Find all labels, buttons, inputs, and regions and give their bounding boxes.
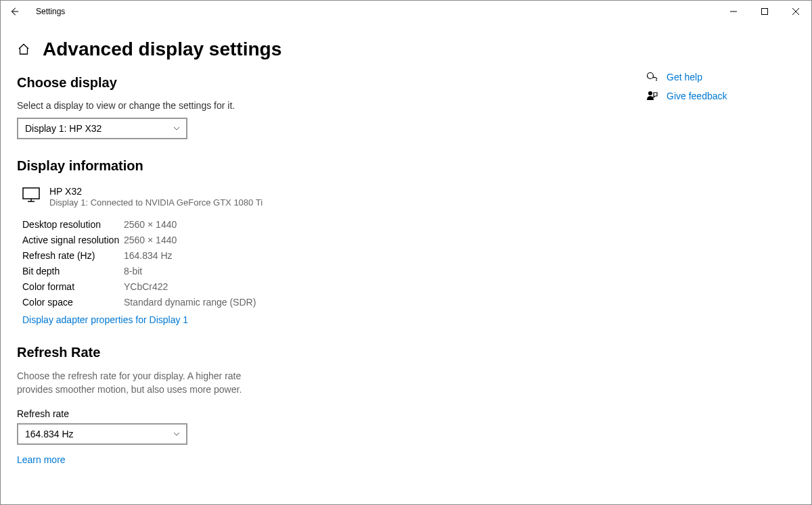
maximize-button[interactable] [749, 1, 780, 22]
info-value: 2560 × 1440 [124, 233, 177, 247]
svg-point-8 [656, 80, 657, 81]
info-value: 8-bit [124, 264, 142, 279]
get-help-link[interactable]: Get help [646, 71, 787, 83]
home-icon [17, 43, 30, 56]
info-row-refresh-rate: Refresh rate (Hz) 164.834 Hz [22, 248, 504, 263]
svg-rect-1 [762, 9, 768, 15]
display-subtitle: Display 1: Connected to NVIDIA GeForce G… [49, 197, 263, 208]
display-information-title: Display information [17, 158, 504, 174]
info-value: Standard dynamic range (SDR) [124, 295, 256, 310]
svg-rect-4 [23, 188, 39, 199]
give-feedback-link[interactable]: Give feedback [646, 90, 787, 102]
info-row-color-format: Color format YCbCr422 [22, 279, 504, 294]
display-info-table: Desktop resolution 2560 × 1440 Active si… [22, 217, 504, 310]
page-title: Advanced display settings [43, 39, 281, 60]
display-info-header: HP X32 Display 1: Connected to NVIDIA Ge… [17, 186, 504, 208]
display-select-dropdown[interactable]: Display 1: HP X32 [17, 118, 187, 139]
info-label: Desktop resolution [22, 217, 124, 232]
maximize-icon [761, 8, 768, 15]
titlebar: Settings [1, 1, 811, 22]
chevron-down-icon [173, 430, 181, 438]
info-value: 164.834 Hz [124, 248, 173, 263]
main-column: Advanced display settings Choose display… [17, 33, 504, 485]
minimize-button[interactable] [718, 1, 749, 22]
refresh-rate-value: 164.834 Hz [25, 429, 74, 439]
info-row-active-signal-resolution: Active signal resolution 2560 × 1440 [22, 233, 504, 247]
learn-more-link[interactable]: Learn more [17, 454, 66, 465]
feedback-icon [646, 90, 658, 102]
refresh-rate-section: Refresh Rate Choose the refresh rate for… [17, 345, 504, 466]
info-label: Color format [22, 279, 124, 294]
info-row-bit-depth: Bit depth 8-bit [22, 264, 504, 279]
back-button[interactable] [1, 1, 28, 22]
arrow-left-icon [9, 7, 19, 16]
refresh-rate-title: Refresh Rate [17, 345, 504, 360]
refresh-rate-dropdown[interactable]: 164.834 Hz [17, 423, 187, 445]
window-title: Settings [36, 7, 65, 16]
svg-point-7 [648, 73, 654, 79]
minimize-icon [730, 8, 737, 15]
info-value: YCbCr422 [124, 279, 168, 294]
close-icon [792, 8, 799, 15]
info-label: Refresh rate (Hz) [22, 248, 124, 263]
info-label: Bit depth [22, 264, 124, 279]
get-help-label: Get help [667, 72, 702, 82]
content-area: Advanced display settings Choose display… [1, 22, 811, 485]
right-column: Get help Give feedback [646, 33, 795, 485]
window-controls [718, 1, 811, 22]
refresh-rate-desc: Choose the refresh rate for your display… [17, 370, 274, 396]
choose-display-section: Choose display Select a display to view … [17, 75, 504, 139]
info-label: Color space [22, 295, 124, 310]
page-header: Advanced display settings [17, 39, 504, 60]
display-select-value: Display 1: HP X32 [25, 123, 102, 134]
info-row-color-space: Color space Standard dynamic range (SDR) [22, 295, 504, 310]
choose-display-title: Choose display [17, 75, 504, 91]
monitor-icon [22, 187, 40, 202]
refresh-rate-field-label: Refresh rate [17, 408, 504, 419]
give-feedback-label: Give feedback [667, 91, 727, 101]
close-button[interactable] [780, 1, 811, 22]
info-label: Active signal resolution [22, 233, 124, 247]
chevron-down-icon [173, 124, 181, 133]
info-row-desktop-resolution: Desktop resolution 2560 × 1440 [22, 217, 504, 232]
home-button[interactable] [17, 43, 30, 56]
info-value: 2560 × 1440 [124, 217, 177, 232]
choose-display-desc: Select a display to view or change the s… [17, 100, 504, 111]
display-name: HP X32 [49, 186, 263, 197]
display-information-section: Display information HP X32 Display 1: Co… [17, 158, 504, 326]
svg-point-9 [648, 91, 652, 95]
help-icon [646, 71, 658, 83]
display-adapter-properties-link[interactable]: Display adapter properties for Display 1 [22, 314, 188, 325]
